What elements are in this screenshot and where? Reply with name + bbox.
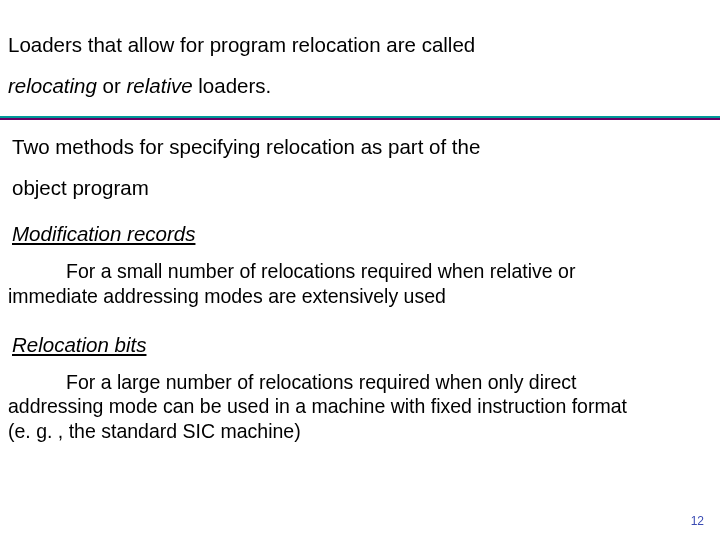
methods-intro-line-1: Two methods for specifying relocation as… <box>12 135 480 158</box>
method-1-body-b: immediate addressing modes are extensive… <box>8 285 446 307</box>
method-2-body-a: For a large number of relocations requir… <box>66 371 577 393</box>
method-2-body: For a large number of relocations requir… <box>0 366 720 459</box>
term-relative: relative <box>127 74 193 97</box>
page-number: 12 <box>691 514 704 528</box>
intro-tail: loaders. <box>193 74 272 97</box>
methods-intro-line-2: object program <box>12 176 149 199</box>
method-1-body-a: For a small number of relocations requir… <box>66 260 575 282</box>
intro-line-2: relocating or relative loaders. <box>8 74 271 97</box>
slide: Loaders that allow for program relocatio… <box>0 0 720 540</box>
method-2-body-b: addressing mode can be used in a machine… <box>8 395 627 417</box>
intro-or: or <box>97 74 127 97</box>
intro-line-1: Loaders that allow for program relocatio… <box>8 33 475 56</box>
intro-paragraph: Loaders that allow for program relocatio… <box>0 0 720 116</box>
method-2-heading: Relocation bits <box>0 323 720 366</box>
method-2-body-c: (e. g. , the standard SIC machine) <box>8 420 301 442</box>
method-1-body: For a small number of relocations requir… <box>0 255 720 323</box>
methods-intro: Two methods for specifying relocation as… <box>0 120 720 212</box>
method-1-heading: Modification records <box>0 212 720 255</box>
term-relocating: relocating <box>8 74 97 97</box>
